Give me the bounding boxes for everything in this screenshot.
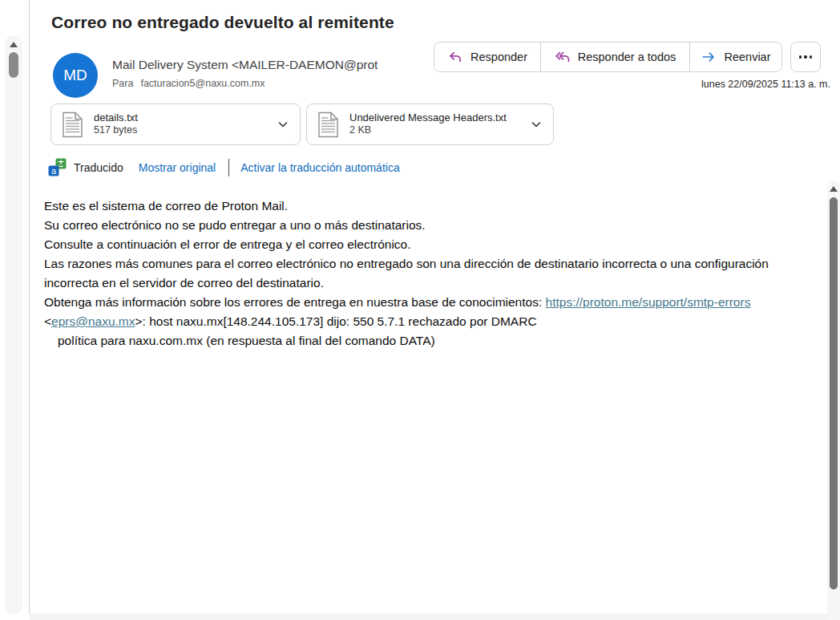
forward-icon	[701, 49, 717, 65]
error-line: <eprs@naxu.mx>: host naxu.mx[148.244.105…	[44, 312, 826, 331]
scroll-up-icon[interactable]	[830, 186, 838, 192]
error-text: <	[44, 314, 51, 328]
sender-name[interactable]: Mail Delivery System <MAILER-DAEMON@prot	[112, 58, 378, 72]
message-scrollbar-thumb[interactable]	[830, 197, 838, 590]
attachment-size: 2 KB	[349, 124, 507, 137]
translation-status: Traducido	[74, 161, 123, 174]
recipient-line: Parafacturacion5@naxu.com.mx	[112, 78, 265, 89]
reply-icon	[447, 49, 463, 65]
message-body: Este es el sistema de correo de Proton M…	[44, 197, 826, 351]
support-link[interactable]: https://proton.me/support/smtp-errors	[546, 295, 751, 309]
message-scrollbar[interactable]	[827, 180, 840, 620]
body-paragraph: Su correo electrónico no se pudo entrega…	[44, 216, 826, 254]
forward-button[interactable]: Reenviar	[689, 43, 781, 71]
horizontal-scrollbar-track[interactable]	[30, 614, 827, 620]
attachment-name: Undelivered Message Headers.txt	[349, 111, 507, 124]
document-icon	[317, 111, 339, 138]
show-original-link[interactable]: Mostrar original	[139, 161, 216, 174]
attachment-name: details.txt	[94, 111, 138, 124]
message-date: lunes 22/09/2025 11:13 a. m.	[701, 79, 830, 90]
scroll-up-icon[interactable]	[10, 42, 18, 47]
left-scrollbar[interactable]	[5, 35, 22, 614]
chevron-down-icon[interactable]	[530, 118, 543, 131]
attachment-size: 517 bytes	[94, 124, 138, 137]
translate-bar-divider	[228, 159, 229, 176]
sender-avatar[interactable]: MD	[53, 53, 98, 98]
body-paragraph: Las razones más comunes para el correo e…	[44, 254, 826, 293]
reply-label: Responder	[470, 51, 527, 63]
reply-all-label: Responder a todos	[578, 51, 676, 63]
mail-reading-pane: { "header": { "subject": "Correo no entr…	[0, 0, 840, 620]
reply-all-button[interactable]: Responder a todos	[540, 43, 689, 71]
recipient-email-link[interactable]: eprs@naxu.mx	[51, 314, 135, 328]
translate-icon: a	[48, 158, 67, 176]
left-scrollbar-thumb[interactable]	[9, 52, 18, 78]
body-line: Su correo electrónico no se pudo entrega…	[44, 216, 826, 235]
svg-text:a: a	[51, 166, 57, 176]
more-icon	[799, 55, 813, 59]
body-paragraph: Obtenga más información sobre los errore…	[44, 293, 826, 312]
email-subject: Correo no entregado devuelto al remitent…	[51, 13, 394, 32]
attachments-row: details.txt 517 bytes Undelivered Messag…	[50, 103, 554, 145]
translation-bar: a Traducido Mostrar original Activar la …	[48, 157, 400, 177]
chevron-down-icon[interactable]	[277, 118, 289, 131]
error-text: >: host naxu.mx[148.244.105.173] dijo: 5…	[135, 314, 537, 328]
reply-button[interactable]: Responder	[434, 43, 540, 71]
body-line: Obtenga más información sobre los errore…	[44, 295, 546, 309]
enable-auto-translate-link[interactable]: Activar la traducción automática	[240, 161, 399, 174]
to-label: Para	[112, 78, 133, 89]
body-paragraph: Este es el sistema de correo de Proton M…	[44, 197, 826, 216]
attachment-tile[interactable]: details.txt 517 bytes	[50, 103, 301, 145]
more-actions-button[interactable]	[790, 42, 821, 72]
delivery-error-block: <eprs@naxu.mx>: host naxu.mx[148.244.105…	[44, 312, 826, 351]
reply-all-icon	[555, 49, 571, 65]
avatar-initials: MD	[63, 67, 87, 84]
pane-divider	[29, 0, 30, 614]
body-line: incorrecta en el servidor de correo del …	[44, 274, 826, 293]
body-line: Consulte a continuación el error de entr…	[44, 235, 826, 254]
to-recipient[interactable]: facturacion5@naxu.com.mx	[140, 78, 265, 89]
message-action-group: Responder Responder a todos Reenviar	[434, 42, 782, 72]
forward-label: Reenviar	[724, 51, 770, 63]
error-line: política para naxu.com.mx (en respuesta …	[44, 331, 826, 351]
body-line: Las razones más comunes para el correo e…	[44, 254, 826, 274]
document-icon	[62, 111, 83, 138]
attachment-tile[interactable]: Undelivered Message Headers.txt 2 KB	[306, 103, 554, 145]
